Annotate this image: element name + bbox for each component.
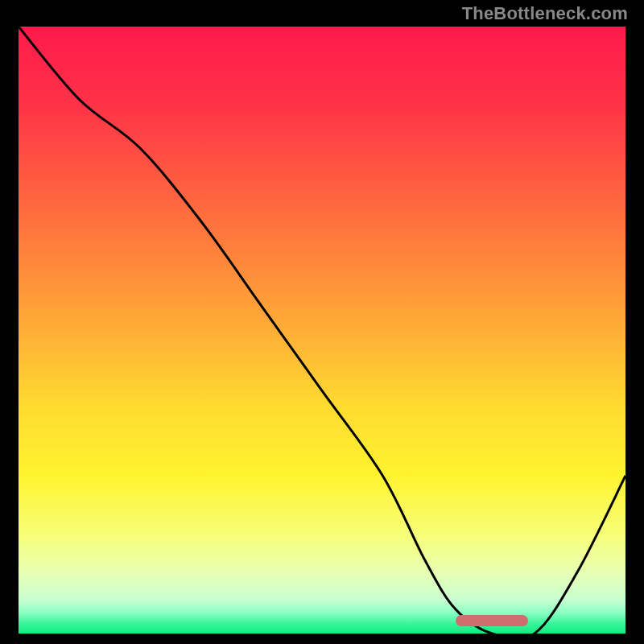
curve-path	[19, 27, 625, 634]
bottleneck-curve	[19, 27, 625, 634]
watermark-text: TheBottleneck.com	[462, 3, 628, 24]
chart-frame	[16, 24, 628, 636]
optimal-range-marker	[456, 615, 528, 626]
